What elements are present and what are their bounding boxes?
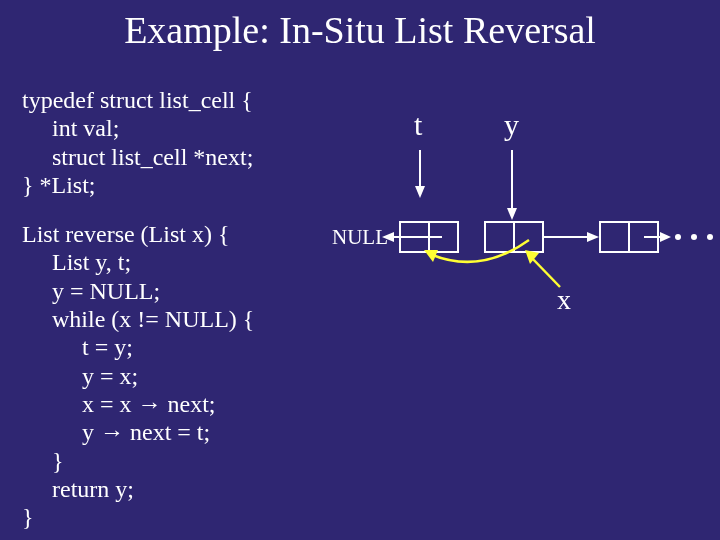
code-line: List reverse (List x) { bbox=[22, 221, 229, 247]
ellipsis-dot bbox=[691, 234, 697, 240]
slide-title: Example: In-Situ List Reversal bbox=[0, 8, 720, 52]
code-line: while (x != NULL) { bbox=[22, 306, 254, 332]
code-line: typedef struct list_cell { bbox=[22, 87, 253, 113]
code-line: y = NULL; bbox=[22, 278, 160, 304]
ellipsis-dot bbox=[675, 234, 681, 240]
code-line: return y; bbox=[22, 476, 134, 502]
arrow-head bbox=[587, 232, 599, 242]
code-line: } *List; bbox=[22, 172, 96, 198]
arrow-head bbox=[415, 186, 425, 198]
typedef-block: typedef struct list_cell { int val; stru… bbox=[22, 86, 253, 199]
function-block: List reverse (List x) { List y, t; y = N… bbox=[22, 220, 254, 531]
code-line: int val; bbox=[22, 115, 119, 141]
arrow-x bbox=[530, 256, 560, 287]
code-line: List y, t; bbox=[22, 249, 131, 275]
arrow-head bbox=[382, 232, 394, 242]
code-line: t = y; bbox=[22, 334, 133, 360]
ellipsis-dot bbox=[707, 234, 713, 240]
code-line: } bbox=[22, 504, 34, 530]
arrow-head bbox=[660, 232, 671, 242]
arrow-head bbox=[507, 208, 517, 220]
code-line: y → next = t; bbox=[22, 419, 210, 445]
list-diagram bbox=[330, 90, 720, 330]
code-line: y = x; bbox=[22, 363, 138, 389]
code-line: } bbox=[22, 448, 64, 474]
code-line: x = x → next; bbox=[22, 391, 216, 417]
code-line: struct list_cell *next; bbox=[22, 144, 253, 170]
